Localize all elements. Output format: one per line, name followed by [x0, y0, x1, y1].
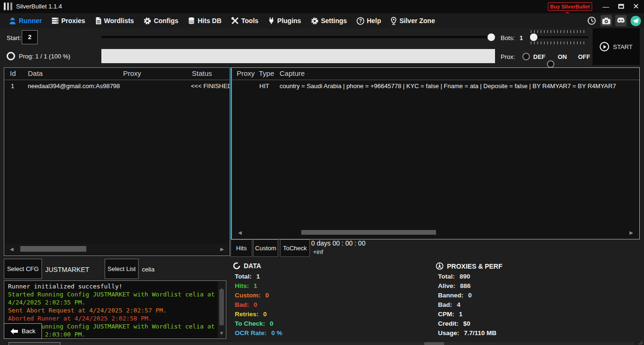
nav-plugins[interactable]: Plugins [268, 17, 301, 25]
stat-label: Total: [235, 273, 252, 280]
nav-help[interactable]: ? Help [356, 17, 381, 25]
settings-gear-icon [311, 17, 319, 25]
prox-radio-def[interactable] [522, 53, 530, 60]
nav-tools[interactable]: Tools [231, 17, 258, 25]
progress-label: Prog: 1 / 1 (100 %) [19, 53, 70, 60]
col-capture[interactable]: Capture [280, 69, 305, 77]
row-id: 1 [11, 82, 14, 90]
results-hscrollbar[interactable]: ◀ ▶ [5, 244, 229, 254]
hscroll-thumb-secondary[interactable] [424, 342, 444, 345]
stat-row-custom: Custom:0 [235, 292, 269, 299]
plug-icon [268, 17, 275, 25]
nav-runner-label: Runner [19, 17, 42, 25]
scroll-down-icon[interactable]: ▼ [220, 329, 223, 337]
log-vscrollbar[interactable]: ▲ ▼ [218, 281, 225, 338]
stat-label: Usage: [438, 329, 459, 337]
bots-slider[interactable] [529, 30, 588, 44]
start-count-input[interactable]: 2 [22, 30, 38, 44]
stat-value: 4 [457, 301, 461, 308]
back-button[interactable]: Back [4, 323, 42, 339]
row-capture: country = Saudi Arabia | phone = +966457… [280, 82, 635, 90]
maximize-icon [618, 4, 624, 9]
tab-custom[interactable]: Custom [253, 239, 278, 257]
hscroll-thumb[interactable] [301, 230, 436, 235]
stat-value: 1 [254, 282, 257, 289]
telegram-icon[interactable] [630, 15, 641, 26]
select-list-button[interactable]: Select List [105, 259, 139, 279]
tools-icon [231, 17, 239, 25]
close-button[interactable]: ✕ [629, 0, 643, 13]
maximize-button[interactable] [614, 0, 628, 13]
threads-slider-thumb[interactable] [487, 33, 495, 41]
stat-value: 1 [256, 273, 260, 280]
prox-radio-on[interactable] [547, 60, 554, 68]
nav-runner[interactable]: Runner [8, 17, 42, 25]
col-data[interactable]: Data [28, 69, 43, 77]
nav-settings-label: Settings [321, 17, 347, 25]
scroll-right-icon[interactable]: ▶ [629, 230, 633, 235]
buy-pro-button[interactable]: Buy SilverBullet Pro [548, 2, 592, 11]
threads-slider-track[interactable] [101, 36, 495, 38]
camera-icon[interactable] [601, 15, 612, 26]
hscroll-thumb[interactable] [20, 246, 86, 252]
col-proxy[interactable]: Proxy [123, 69, 141, 77]
elapsed-timer: 0 days 00 : 00 : 00 [311, 239, 365, 247]
stat-label: CPM: [438, 311, 454, 318]
start-label: Start: [7, 34, 21, 41]
prog-label-text: Prog: [19, 53, 33, 60]
bots-slider-track[interactable] [529, 36, 588, 38]
hscroll-thumb[interactable] [8, 342, 60, 345]
pstat-row-total: Total:890 [438, 273, 470, 280]
stat-label: To Check: [235, 320, 265, 327]
row-status: <<< FINISHED [191, 82, 230, 90]
bots-slider-thumb[interactable] [530, 33, 537, 41]
config-name: JUSTMARKET [45, 266, 89, 273]
nav-settings[interactable]: Settings [311, 17, 347, 25]
start-button[interactable]: START [593, 28, 640, 65]
title-bar: SilverBullet 1.1.4 Buy SilverBullet Pro … [0, 0, 644, 13]
nav-silverzone[interactable]: Silver Zone [390, 17, 435, 25]
prox-on-label: ON [558, 53, 567, 60]
bots-label: Bots: [501, 34, 515, 41]
discord-icon[interactable] [615, 15, 627, 26]
tab-hits[interactable]: Hits [231, 239, 252, 257]
nav-wordlists-label: Wordlists [104, 17, 134, 25]
silverbullet-window: SilverBullet 1.1.4 Buy SilverBullet Pro … [0, 0, 644, 345]
bottom-hscrollbar[interactable] [8, 342, 634, 345]
app-logo-icon [4, 2, 14, 10]
col-status[interactable]: Status [192, 69, 212, 77]
scroll-right-icon[interactable]: ▶ [220, 246, 224, 252]
stat-value: 886 [460, 282, 471, 289]
select-cfg-button[interactable]: Select CFG [4, 259, 42, 279]
minimize-button[interactable]: — [599, 0, 613, 13]
stat-row-tocheck: To Check:0 [235, 320, 273, 327]
row-data: needaal394@gmail.com:As987987@ [28, 82, 120, 90]
capture-hscrollbar[interactable]: ◀ ▶ [233, 228, 638, 237]
resize-grip[interactable] [638, 340, 643, 345]
stat-row-bad: Bad:0 [235, 301, 257, 308]
stat-value: 890 [460, 273, 471, 280]
history-icon[interactable] [586, 15, 597, 26]
pstat-row-alive: Alive:886 [438, 282, 471, 289]
wordlists-icon [95, 17, 102, 25]
col-id[interactable]: Id [10, 69, 16, 77]
stat-value: $0 [463, 320, 471, 327]
bots-value: 1 [520, 34, 523, 41]
vscroll-thumb[interactable] [219, 289, 224, 325]
results-grid: Id Data Proxy Status 1 needaal394@gmail.… [4, 67, 230, 256]
nav-help-label: Help [367, 17, 381, 25]
pstat-row-cpm: CPM:1 [438, 311, 462, 318]
bots-slider-ticks-top [531, 30, 586, 33]
data-stats-title-text: DATA [244, 262, 261, 270]
col-type[interactable]: Type [259, 69, 274, 77]
nav-wordlists[interactable]: Wordlists [95, 17, 134, 25]
nav-configs[interactable]: Configs [143, 17, 178, 25]
scroll-left-icon[interactable]: ◀ [238, 230, 242, 235]
col-proxy2[interactable]: Proxy [237, 69, 255, 77]
tab-tocheck[interactable]: ToCheck [280, 239, 310, 257]
nav-proxies[interactable]: Proxies [51, 17, 85, 25]
stat-value: 0 [265, 292, 269, 299]
nav-hitsdb[interactable]: Hits DB [188, 17, 222, 25]
scroll-left-icon[interactable]: ◀ [10, 246, 14, 252]
nav-silverzone-label: Silver Zone [399, 17, 435, 25]
